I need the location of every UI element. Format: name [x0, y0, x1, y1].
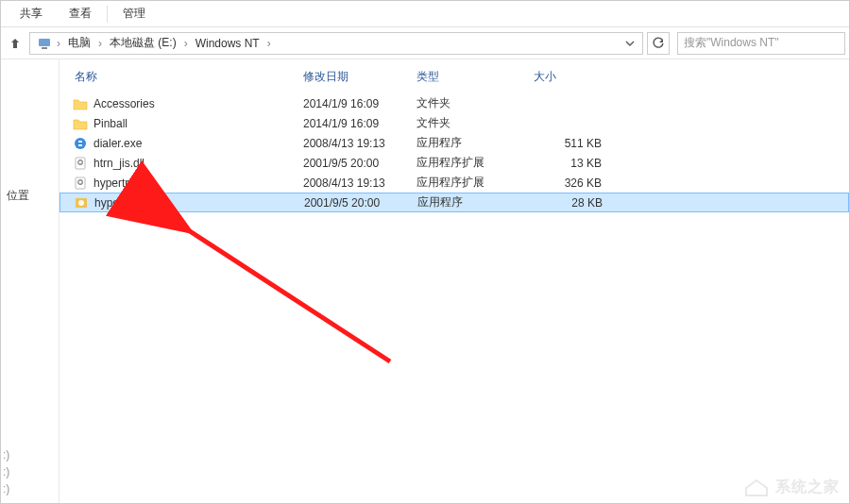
svg-rect-10 [79, 183, 80, 185]
svg-rect-9 [79, 179, 80, 181]
file-type: 应用程序 [417, 194, 535, 210]
file-type: 应用程序扩展 [416, 175, 534, 191]
svg-point-2 [75, 138, 86, 149]
column-headers: 名称 修改日期 类型 大小 [60, 59, 849, 88]
svg-rect-0 [39, 39, 50, 46]
folder-icon [73, 96, 88, 111]
dll-icon [73, 176, 88, 191]
svg-rect-7 [76, 177, 85, 189]
svg-rect-3 [76, 158, 85, 169]
file-type: 文件夹 [416, 115, 534, 131]
pc-icon [34, 33, 55, 54]
svg-point-12 [78, 200, 84, 206]
svg-rect-6 [79, 163, 80, 165]
file-name: hypertrm.exe [94, 196, 161, 210]
file-list: Accessories2014/1/9 16:09文件夹Pinball2014/… [60, 93, 849, 212]
file-pane: 名称 修改日期 类型 大小 Accessories2014/1/9 16:09文… [60, 59, 849, 503]
breadcrumb[interactable]: › 电脑 › 本地磁盘 (E:) › Windows NT › [29, 32, 643, 55]
crumb-0[interactable]: 电脑 [62, 35, 96, 51]
exe-gold-icon [74, 195, 89, 210]
crumb-1[interactable]: 本地磁盘 (E:) [104, 35, 182, 51]
file-modified: 2014/1/9 16:09 [303, 117, 416, 130]
file-row[interactable]: Pinball2014/1/9 16:09文件夹 [60, 113, 849, 133]
address-dropdown[interactable] [621, 33, 638, 54]
file-type: 文件夹 [416, 95, 534, 111]
menu-view[interactable]: 查看 [56, 1, 105, 26]
file-modified: 2008/4/13 19:13 [303, 137, 416, 150]
file-size: 28 KB [535, 196, 610, 210]
menu-share[interactable]: 共享 [7, 1, 56, 26]
file-row[interactable]: dialer.exe2008/4/13 19:13应用程序511 KB [60, 133, 849, 153]
chevron-right-icon: › [96, 37, 104, 50]
menu-separator [107, 6, 108, 23]
up-icon[interactable] [5, 33, 26, 54]
file-type: 应用程序 [416, 135, 534, 151]
col-size[interactable]: 大小 [534, 69, 609, 85]
crumb-2[interactable]: Windows NT [190, 37, 265, 50]
chevron-right-icon: › [182, 37, 190, 50]
col-type[interactable]: 类型 [416, 69, 534, 85]
sidebar-item-location[interactable]: 位置 [1, 182, 59, 210]
file-modified: 2001/9/5 20:00 [303, 157, 416, 170]
menu-manage[interactable]: 管理 [110, 1, 159, 26]
file-row[interactable]: hypertrm.dll2008/4/13 19:13应用程序扩展326 KB [60, 173, 849, 193]
search-input[interactable]: 搜索"Windows NT" [677, 32, 845, 55]
svg-rect-5 [79, 160, 80, 161]
folder-icon [73, 116, 88, 131]
dll-icon [73, 156, 88, 171]
file-modified: 2001/9/5 20:00 [304, 196, 417, 210]
svg-rect-1 [42, 47, 47, 49]
chevron-right-icon: › [55, 37, 62, 50]
file-type: 应用程序扩展 [416, 155, 534, 171]
file-name: Pinball [94, 117, 128, 130]
file-size: 511 KB [534, 137, 609, 150]
file-modified: 2008/4/13 19:13 [303, 176, 416, 190]
file-name: hypertrm.dll [94, 176, 153, 190]
file-size: 326 KB [534, 176, 609, 190]
file-row[interactable]: hypertrm.exe2001/9/5 20:00应用程序28 KB [60, 193, 849, 212]
file-name: dialer.exe [94, 137, 142, 150]
exe-blue-icon [73, 136, 88, 151]
file-size: 13 KB [534, 157, 609, 170]
left-brackets: :) :) :) [3, 446, 9, 497]
address-bar: › 电脑 › 本地磁盘 (E:) › Windows NT › 搜索"Windo… [1, 27, 849, 59]
chevron-right-icon: › [265, 37, 273, 50]
file-modified: 2014/1/9 16:09 [303, 97, 416, 110]
refresh-button[interactable] [647, 32, 670, 55]
file-row[interactable]: Accessories2014/1/9 16:09文件夹 [60, 93, 849, 113]
file-name: htrn_jis.dll [94, 157, 144, 170]
search-placeholder: 搜索"Windows NT" [684, 35, 779, 51]
svg-line-13 [187, 229, 390, 361]
col-name[interactable]: 名称 [60, 69, 303, 85]
menubar: 共享 查看 管理 [1, 1, 849, 27]
file-row[interactable]: htrn_jis.dll2001/9/5 20:00应用程序扩展13 KB [60, 153, 849, 173]
watermark: 系统之家 [743, 477, 840, 497]
file-name: Accessories [94, 97, 155, 110]
col-modified[interactable]: 修改日期 [303, 69, 416, 85]
sidebar: 位置 [1, 59, 60, 503]
